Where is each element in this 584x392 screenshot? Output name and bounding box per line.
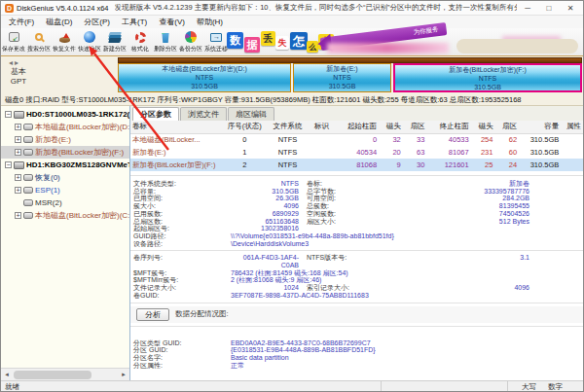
partition-block-本地磁盘(BitLocker加密)(D:)[interactable]: 本地磁盘(BitLocker加密)(D:)NTFS310.5GB [118,63,291,92]
column-header-容量-10[interactable]: 容量 [519,121,561,133]
detail-value: 2 (柱面:81068 磁头:9 扇区:46) [231,276,583,284]
detail-label: 分区名字: [133,354,231,362]
expand-icon[interactable]: + [15,149,21,156]
toolbar-button-恢复文件[interactable]: 恢复文件 [52,28,77,55]
toolbar-button-备份分区[interactable]: 备份分区 [178,28,203,55]
tree-item-新加卷(BitLocker加密)(F:)[interactable]: +新加卷(BitLocker加密)(F:) [1,146,129,159]
column-header-卷标-0[interactable]: 卷标 [130,121,223,133]
detail-label: 已用簇数: [133,210,231,218]
column-header-起始柱面-4[interactable]: 起始柱面 [335,121,379,133]
collapse-icon[interactable]: − [5,161,12,168]
expand-icon[interactable]: + [15,174,21,181]
detail-label: 分区类型 GUID: [133,339,231,347]
column-header-属性-11[interactable]: 属性 [561,121,583,133]
close-button[interactable]: ✕ [560,2,581,15]
tab-分区参数[interactable]: 分区参数 [132,107,179,121]
tree-item-HD1:KBG30ZMS128GNVMeTOSHIBA1[interactable]: −HD1:KBG30ZMS128GNVMeTOSHIBA1 [1,159,129,171]
table-row[interactable]: 新加卷(BitLocker加密)(F:)2NTFS810689301216012… [130,159,583,171]
toolbar-button-label: 删除分区 [154,45,177,53]
tree-item-ESP(1)[interactable]: +ESP(1) [1,184,129,196]
column-header-扇区-9[interactable]: 扇区 [494,121,519,133]
detail-value: 333395787776 [414,188,583,196]
menu-item-分区(P)[interactable]: 分区(P) [79,17,115,27]
detail-label: $MFT簇号: [133,269,231,277]
detail-row: 分区类型 GUID:EBD0A0A2-B9E5-4433-87C0-68B6B7… [130,339,583,347]
expand-icon[interactable]: + [15,136,21,143]
toolbar-button-搜索分区[interactable]: 搜索分区 [26,28,52,55]
toolbar-button-格式化[interactable]: 格式化 [128,28,153,55]
tree-item-本地磁盘(BitLocker加密)(C:)[interactable]: +本地磁盘(BitLocker加密)(C:) [1,209,129,222]
table-cell [561,159,583,171]
tree-item-MSR(2)[interactable]: MSR(2) [1,196,129,209]
partition-style-label: 基本 GPT [5,67,32,87]
tab-扇区编辑[interactable]: 扇区编辑 [228,107,274,121]
toolbar-button-快速分区[interactable]: 快速分区 [77,28,102,55]
maximize-button[interactable]: □ [538,2,560,15]
partition-name: 新加卷(BitLocker加密)(F:) [395,65,580,74]
table-cell: 2 [223,159,267,171]
title-bar: D DiskGenius V5.4.0.1124 x64 发现新版本 V5.4.… [1,1,583,16]
menu-item-查看(V)[interactable]: 查看(V) [154,17,190,27]
menu-item-磁盘(D)[interactable]: 磁盘(D) [41,17,77,27]
table-cell: 310.5GB [519,146,561,159]
detail-row: 起始扇区号:1302358016 [130,225,583,232]
tree-item-label: HD1:KBG30ZMS128GNVMeTOSHIBA1 [26,160,129,169]
banner-blurred-ad [327,43,449,53]
num-indicator: 数字 [548,382,563,392]
tree-horizontal-scrollbar[interactable]: ◂ ▸ [1,368,129,380]
partition-block-新加卷(E:)[interactable]: 新加卷(E:)NTFS310.5GB [293,63,391,92]
volume-icon [23,124,33,130]
toolbar-button-删除分区[interactable]: 删除分区 [153,28,178,55]
menu-item-文件(F)[interactable]: 文件(F) [4,17,39,27]
tab-浏览文件[interactable]: 浏览文件 [180,107,227,121]
volume-icon [23,187,33,194]
tab-bar: 分区参数浏览文件扇区编辑 [130,106,583,121]
menu-item-工具(T)[interactable]: 工具(T) [117,17,152,27]
column-header-磁头-5[interactable]: 磁头 [379,121,403,133]
detail-value: 1024 [231,284,299,292]
expand-icon[interactable]: + [15,212,21,219]
toolbar-button-label: 恢复文件 [53,45,76,53]
detail-value: EBD0A0A2-B9E5-4433-87C0-68B6B72699C7 [231,339,583,347]
toolbar-button-label: 格式化 [131,45,149,53]
partition-block-新加卷(BitLocker加密)(F:)[interactable]: 新加卷(BitLocker加密)(F:)NTFS310.5GB [393,63,582,92]
detail-value: NTFS [231,180,299,188]
table-row[interactable]: 本地磁盘(BitLocker...0NTFS032334053325462310… [130,133,583,146]
system-migration-icon [209,31,223,44]
table-cell [561,146,583,159]
column-header-磁头-8[interactable]: 磁头 [471,121,495,133]
column-header-终止柱面-7[interactable]: 终止柱面 [426,121,470,133]
table-row[interactable]: 新加卷(E:)1NTFS4053420638106723160310.5GB [130,146,583,159]
column-header-序号(状态)-1[interactable]: 序号(状态) [223,121,267,133]
minimize-button[interactable]: ─ [517,2,538,15]
ad-banner[interactable]: 数据丢失怎么办!为你服务 [225,28,583,55]
column-header-文件系统-2[interactable]: 文件系统 [267,121,309,133]
toolbar-button-保存更改[interactable]: 保存更改 [1,28,26,55]
menu-item-帮助(H)[interactable]: 帮助(H) [192,17,228,27]
collapse-icon[interactable]: − [5,111,12,118]
toolbar-button-新建分区[interactable]: 新建分区 [102,28,128,55]
expand-icon[interactable]: + [15,187,21,194]
table-cell: 254 [471,133,495,146]
column-header-扇区-6[interactable]: 扇区 [403,121,427,133]
partition-nav-arrows[interactable]: ◂▸ [9,58,20,67]
detail-value: 新加卷 [414,180,583,188]
status-indicators: 大写 数字 [507,381,583,392]
table-cell: 81067 [426,146,470,159]
scrollbar-thumb[interactable] [14,371,91,379]
partition-table: 卷标序号(状态)文件系统标识起始柱面磁头扇区终止柱面磁头扇区容量属性 本地磁盘(… [130,121,583,176]
tree-item-新加卷(E:)[interactable]: +新加卷(E:) [1,133,129,146]
table-cell: 1 [223,146,267,159]
detail-label: 总扇区数: [133,218,231,226]
analyze-button[interactable]: 分析 [136,308,169,321]
detail-value: \Device\HarddiskVolume3 [231,240,583,248]
tree-item-本地磁盘(BitLocker加密)(D:)[interactable]: +本地磁盘(BitLocker加密)(D:) [1,121,129,133]
banner-tile: 丢 [261,31,275,46]
tree-item-恢复(0)[interactable]: +恢复(0) [1,171,129,184]
tree-item-HD0:ST1000LM035-1RK172(932GB)[interactable]: −HD0:ST1000LM035-1RK172(932GB) [1,108,129,121]
expand-icon[interactable]: + [15,124,21,130]
column-header-标识-3[interactable]: 标识 [309,121,335,133]
scroll-left-icon[interactable]: ◂ [1,371,13,378]
scroll-right-icon[interactable]: ▸ [118,371,129,378]
detail-row: $MFTMirr簇号:2 (柱面:81068 磁头:9 扇区:46) [130,276,583,284]
